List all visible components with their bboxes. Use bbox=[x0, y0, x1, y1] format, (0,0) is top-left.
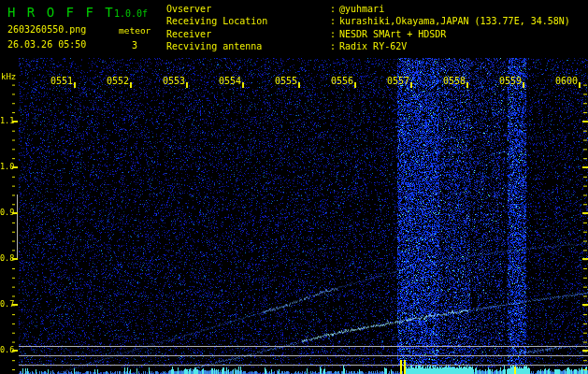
x-tick-label: 0559 bbox=[497, 77, 522, 86]
y-tick-label: 0.8 bbox=[0, 254, 12, 263]
x-tick-label: 0554 bbox=[217, 77, 241, 86]
x-tick-label: 0551 bbox=[49, 77, 73, 86]
station-info-block: Ovserver:@yuhmariReceiving Location:kura… bbox=[166, 3, 570, 53]
info-separator: : bbox=[330, 15, 339, 27]
x-tick-label: 0600 bbox=[553, 77, 578, 86]
x-tick-label: 0555 bbox=[273, 77, 297, 86]
x-tick-label: 0557 bbox=[385, 77, 409, 86]
y-tick-label: 1.1 bbox=[0, 117, 12, 125]
y-axis-unit-label: kHz bbox=[1, 72, 16, 81]
info-label: Ovserver bbox=[166, 3, 330, 15]
x-tick-label: 0556 bbox=[329, 77, 353, 86]
info-value: NESDR SMArt + HDSDR bbox=[339, 28, 446, 40]
info-value: kurashiki,Okayama,JAPAN (133.77E, 34.58N… bbox=[339, 15, 570, 27]
info-label: Receiving Location bbox=[166, 15, 330, 27]
x-tick-label: 0558 bbox=[441, 77, 466, 86]
station-info-line: Ovserver:@yuhmari bbox=[166, 3, 570, 15]
mode-label: meteor bbox=[119, 25, 151, 36]
info-label: Recviving antenna bbox=[166, 40, 330, 52]
info-separator: : bbox=[330, 40, 339, 52]
station-info-line: Recviving antenna:Radix RY-62V bbox=[166, 40, 570, 52]
y-tick-label: 0.7 bbox=[0, 300, 12, 309]
info-value: Radix RY-62V bbox=[339, 40, 407, 52]
info-value: @yuhmari bbox=[339, 3, 384, 15]
datetime-label: 26.03.26 05:50 bbox=[7, 39, 86, 50]
app-title: H R O F F T bbox=[7, 5, 115, 20]
station-info-line: Receiver:NESDR SMArt + HDSDR bbox=[166, 28, 570, 40]
output-filename: 2603260550.png bbox=[7, 24, 86, 35]
meteor-count: 3 bbox=[132, 40, 137, 50]
info-label: Receiver bbox=[166, 28, 330, 40]
x-tick-label: 0552 bbox=[105, 77, 129, 86]
info-separator: : bbox=[330, 3, 339, 15]
station-info-line: Receiving Location:kurashiki,Okayama,JAP… bbox=[166, 15, 570, 27]
info-separator: : bbox=[330, 28, 339, 40]
hrofft-screenshot: H R O F F T 1.0.0f 2603260550.png meteor… bbox=[0, 0, 588, 374]
y-tick-label: 0.9 bbox=[0, 209, 12, 217]
y-tick-label: 1.0 bbox=[0, 163, 12, 171]
spectrogram-canvas bbox=[0, 0, 588, 374]
y-tick-label: 0.6 bbox=[0, 346, 12, 354]
app-version: 1.0.0f bbox=[114, 8, 148, 19]
x-tick-label: 0553 bbox=[161, 77, 185, 86]
